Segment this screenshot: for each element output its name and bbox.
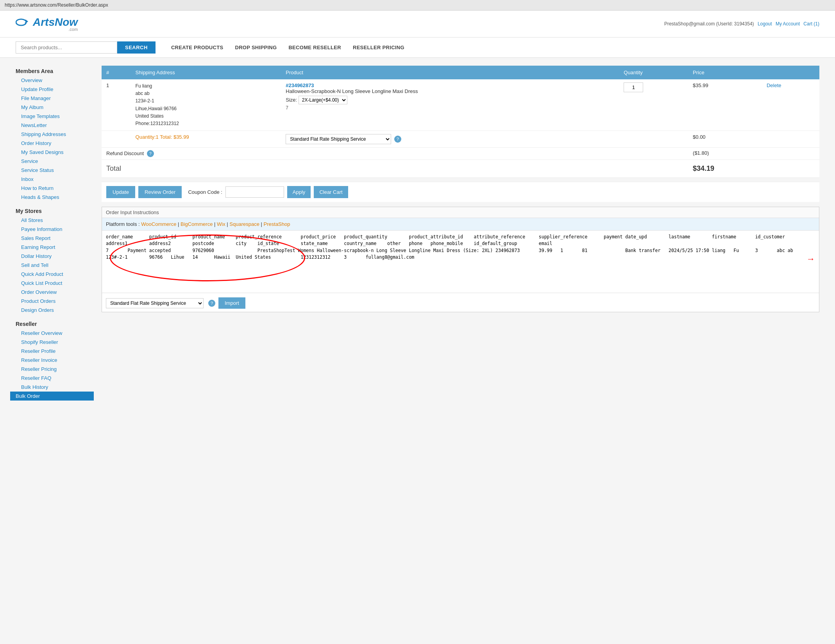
logout-link[interactable]: Logout: [758, 21, 772, 27]
sidebar-item-inbox[interactable]: Inbox: [16, 175, 94, 184]
sidebar-item-service[interactable]: Service: [16, 157, 94, 166]
size-select[interactable]: 2X-Large(+$4.00): [299, 96, 347, 104]
update-button[interactable]: Update: [106, 186, 135, 198]
sidebar-item-dollar-history[interactable]: Dollar History: [16, 252, 94, 261]
nav-become-reseller[interactable]: BECOME RESELLER: [288, 45, 341, 50]
shipping-row-service: Standard Flat Rate Shipping Service ?: [281, 131, 619, 148]
sidebar-item-earning-report[interactable]: Earning Report: [16, 243, 94, 252]
delete-link[interactable]: Delete: [767, 82, 781, 88]
sidebar-item-reseller-profile[interactable]: Reseller Profile: [16, 347, 94, 356]
sidebar-item-bulk-order[interactable]: Bulk Order: [10, 392, 94, 401]
platform-prestashop[interactable]: PrestaShop: [264, 221, 290, 227]
import-help-icon[interactable]: ?: [208, 300, 215, 307]
import-shipping-select[interactable]: Standard Flat Rate Shipping Service: [106, 298, 204, 308]
shipping-row-blank: [619, 131, 688, 148]
sidebar-item-product-orders[interactable]: Product Orders: [16, 297, 94, 306]
col-header-price: Price: [688, 66, 762, 79]
sidebar-item-quick-add-product[interactable]: Quick Add Product: [16, 270, 94, 279]
sidebar-item-update-profile[interactable]: Update Profile: [16, 85, 94, 94]
sidebar-item-newsletter[interactable]: NewsLetter: [16, 121, 94, 130]
col-header-action: [762, 66, 819, 79]
cart-link[interactable]: Cart (1): [803, 21, 819, 27]
sidebar-item-my-album[interactable]: My Album: [16, 103, 94, 112]
shipping-service-select[interactable]: Standard Flat Rate Shipping Service: [286, 134, 391, 144]
sidebar-item-order-history[interactable]: Order History: [16, 139, 94, 148]
platform-wix[interactable]: Wix: [217, 221, 225, 227]
sidebar-item-overview[interactable]: Overview: [16, 76, 94, 85]
sidebar-item-reseller-faq[interactable]: Reseller FAQ: [16, 374, 94, 383]
shipping-row-num: [102, 131, 131, 148]
logo-text: ArtsNow: [33, 16, 78, 28]
my-account-link[interactable]: My Account: [776, 21, 800, 27]
platform-woocommerce[interactable]: WooCommerce: [141, 221, 176, 227]
sidebar-item-design-orders[interactable]: Design Orders: [16, 306, 94, 315]
sidebar-item-my-saved-designs[interactable]: My Saved Designs: [16, 148, 94, 157]
order-table: # Shipping Address Product Quantity Pric…: [102, 66, 819, 178]
sidebar-item-sales-report[interactable]: Sales Report: [16, 234, 94, 243]
search-bar: SEARCH CREATE PRODUCTS DROP SHIPPING BEC…: [0, 38, 835, 58]
import-textarea[interactable]: [102, 231, 819, 293]
textarea-wrapper: →: [102, 231, 819, 294]
sidebar-item-all-stores[interactable]: All Stores: [16, 216, 94, 225]
sidebar-item-quick-list-product[interactable]: Quick List Product: [16, 279, 94, 288]
nav-drop-shipping[interactable]: DROP SHIPPING: [235, 45, 277, 50]
product-id-link[interactable]: #234962873: [286, 82, 314, 88]
members-area-title: Members Area: [16, 66, 94, 76]
order-row-number: 1: [102, 79, 131, 131]
sidebar-item-bulk-history[interactable]: Bulk History: [16, 383, 94, 392]
search-button[interactable]: SEARCH: [117, 41, 156, 54]
sidebar-item-shopify-reseller[interactable]: Shopify Reseller: [16, 338, 94, 347]
size-label: Size:: [286, 97, 297, 103]
order-row-product: #234962873 Halloween-Scrapbook-N Long Sl…: [281, 79, 619, 131]
nav-reseller-pricing[interactable]: RESELLER PRICING: [353, 45, 404, 50]
total-label: Total: [102, 160, 281, 178]
sidebar-item-image-templates[interactable]: Image Templates: [16, 112, 94, 121]
coupon-input[interactable]: [225, 186, 284, 198]
apply-button[interactable]: Apply: [287, 186, 311, 198]
order-row-delete: Delete: [762, 79, 819, 131]
sidebar-item-how-to-return[interactable]: How to Return: [16, 184, 94, 193]
platform-squarespace[interactable]: Squarespace: [229, 221, 259, 227]
header-right: PrestaShop@gmail.com (UserId: 3194354) L…: [664, 21, 819, 27]
platform-bigcommerce[interactable]: BigCommerce: [181, 221, 213, 227]
logo-icon: [16, 15, 33, 32]
sidebar-item-order-overview[interactable]: Order Overview: [16, 288, 94, 297]
sidebar-item-payee-information[interactable]: Payee Information: [16, 225, 94, 234]
content-area: # Shipping Address Product Quantity Pric…: [102, 66, 819, 631]
review-order-button[interactable]: Review Order: [138, 186, 182, 198]
logo: ArtsNow .com: [16, 15, 78, 32]
refund-blank2: [619, 148, 688, 160]
sidebar-item-sell-and-tell[interactable]: Sell and Tell: [16, 261, 94, 270]
search-input[interactable]: [16, 41, 117, 54]
sidebar-item-reseller-overview[interactable]: Reseller Overview: [16, 329, 94, 338]
action-row: Update Review Order Coupon Code : Apply …: [102, 182, 819, 202]
total-amount: $34.19: [688, 160, 762, 178]
clear-cart-button[interactable]: Clear Cart: [314, 186, 348, 198]
size-note: 7: [286, 105, 614, 111]
sidebar-item-shipping-addresses[interactable]: Shipping Addresses: [16, 130, 94, 139]
sidebar-item-service-status[interactable]: Service Status: [16, 166, 94, 175]
coupon-label: Coupon Code :: [188, 189, 222, 195]
order-row-price: $35.99: [688, 79, 762, 131]
user-info: PrestaShop@gmail.com (UserId: 3194354): [664, 21, 754, 27]
reseller-title: Reseller: [16, 318, 94, 329]
sidebar-item-file-manager[interactable]: File Manager: [16, 94, 94, 103]
refund-help-icon[interactable]: ?: [147, 150, 154, 157]
sidebar-item-reseller-invoice[interactable]: Reseller Invoice: [16, 356, 94, 365]
refund-label: Refund Discount: [106, 150, 144, 156]
sidebar-item-reseller-pricing[interactable]: Reseller Pricing: [16, 365, 94, 374]
col-header-number: #: [102, 66, 131, 79]
platform-row: Platform tools : WooCommerce | BigCommer…: [102, 218, 819, 231]
quantity-input[interactable]: [624, 82, 643, 92]
total-blank2: [619, 160, 688, 178]
import-button[interactable]: Import: [218, 297, 245, 309]
nav-create-products[interactable]: CREATE PRODUCTS: [171, 45, 224, 50]
product-name: Halloween-Scrapbook-N Long Sleeve Longli…: [286, 88, 614, 94]
refund-amount: ($1.80): [688, 148, 762, 160]
shipping-row-price: $0.00: [688, 131, 762, 148]
total-blank3: [762, 160, 819, 178]
header: ArtsNow .com PrestaShop@gmail.com (UserI…: [0, 11, 835, 38]
refund-blank1: [281, 148, 619, 160]
shipping-help-icon[interactable]: ?: [394, 136, 401, 143]
sidebar-item-heads-shapes[interactable]: Heads & Shapes: [16, 193, 94, 202]
